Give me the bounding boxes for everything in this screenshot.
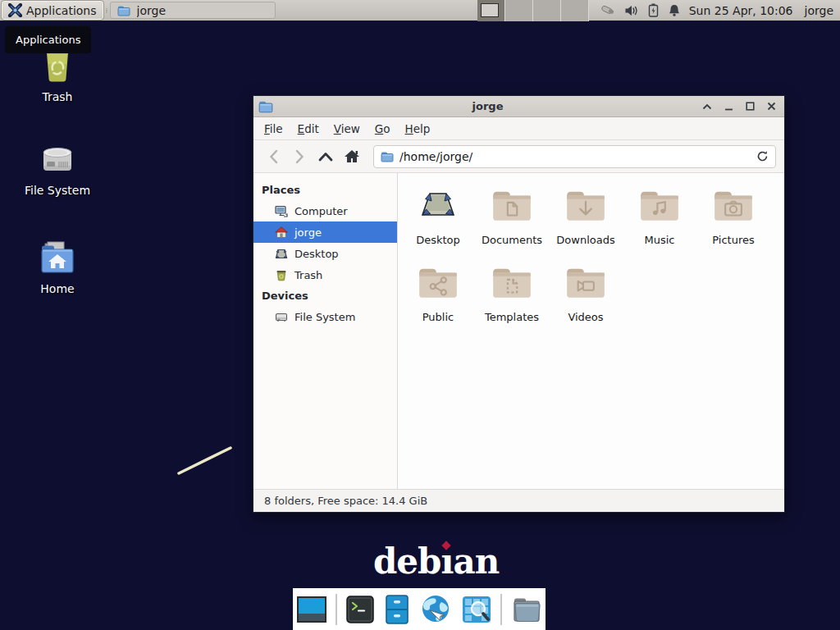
- workspace-2[interactable]: [505, 0, 533, 21]
- file-label: Videos: [568, 311, 603, 323]
- dock-folder-icon: [509, 594, 544, 625]
- panel-clock[interactable]: Sun 25 Apr, 10:06: [689, 0, 793, 21]
- menu-go[interactable]: Go: [368, 119, 398, 139]
- sidebar-item-label: jorge: [294, 226, 322, 239]
- tooltip-text: Applications: [16, 34, 80, 46]
- maximize-button[interactable]: [742, 98, 758, 115]
- menu-bar: File Edit View Go Help: [253, 117, 784, 140]
- dock-separator: [336, 594, 337, 625]
- home-folder-icon: [37, 240, 78, 277]
- sidebar-devices-header: Devices: [253, 285, 397, 306]
- folder-launcher[interactable]: [509, 594, 544, 625]
- sidebar-item-label: Trash: [294, 269, 322, 281]
- location-folder-icon: [381, 151, 394, 162]
- desktop-icon-label: Trash: [43, 90, 73, 103]
- desktop-pad-icon: [275, 248, 288, 260]
- home-button[interactable]: [340, 145, 363, 168]
- clock-text: Sun 25 Apr, 10:06: [689, 4, 793, 17]
- folder-videos-icon: [564, 263, 608, 309]
- folder-icon: [117, 5, 130, 16]
- bottom-dock: [293, 588, 546, 630]
- file-label: Desktop: [416, 234, 460, 246]
- file-manager-window: jorge File Edit View Go Help: [253, 95, 785, 513]
- file-item-music[interactable]: Music: [623, 186, 696, 263]
- top-panel: Applications ⁞ jorge: [0, 0, 840, 21]
- file-label: Downloads: [556, 234, 614, 246]
- terminal-icon: [345, 594, 376, 625]
- folder-public-icon: [416, 263, 460, 309]
- file-label: Documents: [482, 234, 542, 246]
- menu-view[interactable]: View: [326, 119, 368, 139]
- window-titlebar[interactable]: jorge: [253, 96, 784, 117]
- taskbar-window-button[interactable]: jorge: [110, 2, 276, 19]
- home-icon: [275, 226, 288, 239]
- terminal-launcher[interactable]: [345, 594, 376, 625]
- desktop-icon-label: File System: [25, 184, 90, 197]
- close-button[interactable]: [763, 98, 779, 115]
- desktop-root: Applications ⁞ jorge: [0, 0, 840, 630]
- reload-icon[interactable]: [756, 150, 769, 162]
- file-item-templates[interactable]: Templates: [475, 263, 549, 340]
- file-grid: Desktop: [398, 173, 784, 489]
- sidebar-item-desktop[interactable]: Desktop: [253, 243, 397, 264]
- battery-charging-icon[interactable]: [648, 3, 659, 17]
- applications-menu-button[interactable]: Applications: [2, 1, 103, 20]
- notifications-bell-icon[interactable]: [668, 3, 681, 17]
- sidebar-item-file-system[interactable]: File System: [253, 306, 397, 327]
- app-finder-icon: [460, 593, 493, 626]
- dock-separator: [500, 594, 502, 625]
- forward-button[interactable]: [288, 145, 311, 168]
- desktop-pad-icon: [416, 186, 460, 232]
- up-button[interactable]: [314, 145, 337, 168]
- drive-small-icon: [275, 311, 288, 323]
- workspace-3[interactable]: [533, 0, 561, 21]
- folder-documents-icon: [490, 186, 534, 232]
- sidebar-item-jorge[interactable]: jorge: [253, 221, 397, 243]
- window-controls: [699, 98, 779, 115]
- workspace-1[interactable]: [477, 0, 505, 21]
- status-text: 8 folders, Free space: 14.4 GiB: [264, 495, 427, 507]
- cursor-trail-line: [172, 442, 238, 479]
- logo-i: ı: [441, 541, 453, 582]
- shade-button[interactable]: [699, 98, 715, 115]
- desktop-icon-home[interactable]: Home: [10, 240, 105, 295]
- back-button[interactable]: [262, 145, 285, 168]
- file-item-desktop[interactable]: Desktop: [401, 186, 475, 263]
- show-desktop-button[interactable]: [295, 593, 328, 626]
- menu-file[interactable]: File: [257, 119, 290, 139]
- desktop-icon-file-system[interactable]: File System: [10, 141, 105, 197]
- workspace-4[interactable]: [561, 0, 589, 21]
- sidebar-item-label: Desktop: [294, 248, 339, 260]
- menu-help[interactable]: Help: [398, 119, 438, 139]
- sidebar-item-computer[interactable]: Computer: [253, 200, 397, 221]
- panel-handle[interactable]: ⁞: [103, 0, 110, 21]
- panel-username[interactable]: jorge: [805, 0, 833, 21]
- workspace-switcher: [477, 0, 589, 21]
- file-item-videos[interactable]: Videos: [549, 263, 623, 340]
- sidebar-item-label: Computer: [294, 205, 348, 217]
- location-path-text[interactable]: /home/jorge/: [399, 150, 751, 163]
- sidebar-item-trash[interactable]: Trash: [253, 264, 397, 285]
- toolbar: /home/jorge/: [253, 140, 784, 173]
- file-item-pictures[interactable]: Pictures: [696, 186, 770, 263]
- file-cabinet-launcher[interactable]: [383, 593, 411, 626]
- folder-pictures-icon: [711, 186, 756, 232]
- file-item-downloads[interactable]: Downloads: [549, 186, 623, 263]
- folder-templates-icon: [490, 263, 534, 309]
- volume-icon[interactable]: [624, 4, 639, 17]
- file-cabinet-icon: [383, 593, 411, 626]
- app-finder-launcher[interactable]: [460, 593, 493, 626]
- minimize-button[interactable]: [720, 98, 737, 115]
- location-bar[interactable]: /home/jorge/: [373, 145, 776, 168]
- file-item-documents[interactable]: Documents: [475, 186, 549, 263]
- file-label: Pictures: [712, 234, 754, 246]
- applications-tooltip: Applications: [5, 26, 91, 53]
- menu-edit[interactable]: Edit: [290, 119, 326, 139]
- window-icon: [258, 100, 276, 113]
- web-browser-launcher[interactable]: [418, 592, 453, 627]
- status-bar: 8 folders, Free space: 14.4 GiB: [253, 489, 784, 512]
- input-device-icon[interactable]: [599, 4, 615, 17]
- show-desktop-icon: [295, 593, 328, 626]
- file-item-public[interactable]: Public: [401, 263, 475, 340]
- panel-spacer: [276, 0, 477, 21]
